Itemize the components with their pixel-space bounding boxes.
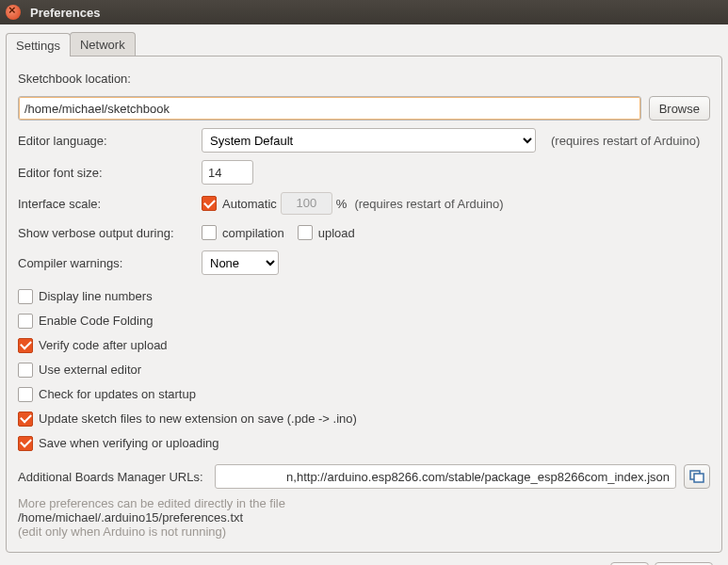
edit-only-label: (edit only when Arduino is not running) bbox=[18, 525, 710, 539]
window-title: Preferences bbox=[30, 6, 100, 20]
restart-hint: (requires restart of Arduino) bbox=[551, 134, 700, 148]
titlebar: Preferences bbox=[0, 0, 728, 24]
sketchbook-label: Sketchbook location: bbox=[18, 72, 131, 86]
window-icon bbox=[689, 469, 704, 484]
font-size-input[interactable] bbox=[202, 160, 253, 185]
font-size-label: Editor font size: bbox=[18, 166, 202, 180]
content-area: Settings Network Sketchbook location: Br… bbox=[0, 24, 728, 565]
restart-hint-2: (requires restart of Arduino) bbox=[354, 197, 503, 211]
use-external-editor-label: Use external editor bbox=[39, 363, 141, 377]
update-sketch-ext-label: Update sketch files to new extension on … bbox=[39, 412, 357, 426]
boards-urls-label: Additional Boards Manager URLs: bbox=[18, 470, 203, 484]
save-when-verify-checkbox[interactable] bbox=[18, 436, 33, 451]
boards-urls-input[interactable] bbox=[215, 464, 676, 489]
update-sketch-ext-checkbox[interactable] bbox=[18, 412, 33, 427]
enable-code-folding-label: Enable Code Folding bbox=[39, 314, 153, 328]
more-prefs-label: More preferences can be edited directly … bbox=[18, 496, 710, 510]
display-line-numbers-label: Display line numbers bbox=[39, 289, 153, 303]
check-updates-checkbox[interactable] bbox=[18, 387, 33, 402]
editor-language-label: Editor language: bbox=[18, 134, 202, 148]
upload-checkbox[interactable] bbox=[298, 225, 313, 240]
check-updates-label: Check for updates on startup bbox=[39, 387, 196, 401]
tab-settings[interactable]: Settings bbox=[6, 33, 71, 56]
verbose-label: Show verbose output during: bbox=[18, 226, 202, 240]
editor-language-select[interactable]: System Default bbox=[202, 128, 536, 153]
verify-after-upload-label: Verify code after upload bbox=[39, 338, 168, 352]
percent-label: % bbox=[336, 197, 348, 211]
close-icon[interactable] bbox=[6, 5, 21, 20]
verify-after-upload-checkbox[interactable] bbox=[18, 338, 33, 353]
compiler-warnings-label: Compiler warnings: bbox=[18, 256, 202, 270]
compilation-checkbox[interactable] bbox=[202, 225, 217, 240]
automatic-label: Automatic bbox=[222, 197, 277, 211]
automatic-checkbox[interactable] bbox=[202, 196, 217, 211]
svg-rect-1 bbox=[694, 474, 704, 482]
settings-panel: Sketchbook location: Browse Editor langu… bbox=[6, 56, 722, 553]
prefs-path-label: /home/michael/.arduino15/preferences.txt bbox=[18, 510, 710, 525]
boards-urls-expand-button[interactable] bbox=[684, 464, 710, 489]
sketchbook-path-input[interactable] bbox=[18, 96, 641, 121]
scale-spinner[interactable]: 100 bbox=[281, 192, 332, 215]
upload-label: upload bbox=[318, 226, 355, 240]
interface-scale-label: Interface scale: bbox=[18, 197, 202, 211]
dialog-footer: OK Cancel bbox=[6, 553, 722, 565]
browse-button[interactable]: Browse bbox=[649, 96, 710, 121]
enable-code-folding-checkbox[interactable] bbox=[18, 314, 33, 329]
compilation-label: compilation bbox=[222, 226, 284, 240]
tab-network[interactable]: Network bbox=[70, 32, 136, 56]
save-when-verify-label: Save when verifying or uploading bbox=[39, 436, 219, 450]
use-external-editor-checkbox[interactable] bbox=[18, 363, 33, 378]
compiler-warnings-select[interactable]: None bbox=[202, 250, 279, 275]
tabs: Settings Network bbox=[6, 30, 722, 56]
display-line-numbers-checkbox[interactable] bbox=[18, 289, 33, 304]
